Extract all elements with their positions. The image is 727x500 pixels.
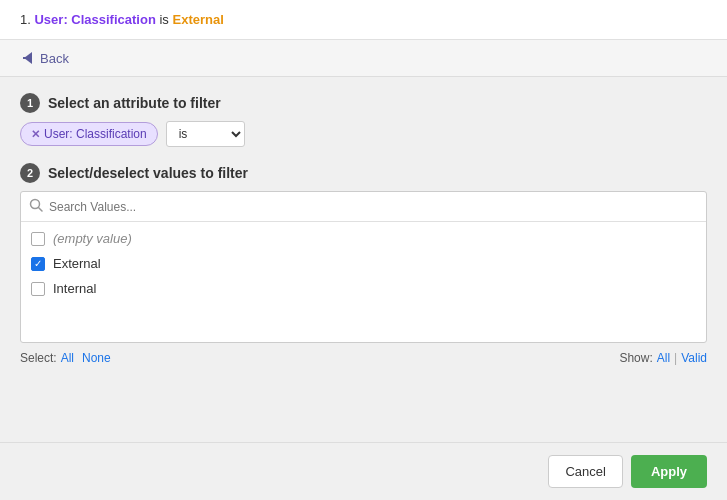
filter-attribute-row: ✕ User: Classification is is not (20, 121, 707, 147)
select-label: Select: (20, 351, 57, 365)
internal-value-label: Internal (53, 281, 96, 296)
section-1: 1 Select an attribute to filter ✕ User: … (20, 93, 707, 147)
back-arrow-icon (20, 50, 36, 66)
attribute-tag-label: User: Classification (44, 127, 147, 141)
operator-display: is (159, 12, 168, 27)
svg-line-3 (39, 208, 43, 212)
values-box: (empty value) External Internal (20, 191, 707, 343)
attribute-name: User: Classification (34, 12, 155, 27)
apply-button[interactable]: Apply (631, 455, 707, 488)
footer-row: Select: All None Show: All | Valid (20, 351, 707, 365)
select-none-link[interactable]: None (82, 351, 111, 365)
header-bar: 1. User: Classification is External (0, 0, 727, 40)
list-item[interactable]: External (21, 251, 706, 276)
page-container: 1. User: Classification is External Back (0, 0, 727, 500)
internal-value-checkbox[interactable] (31, 282, 45, 296)
step-circle-2: 2 (20, 163, 40, 183)
close-tag-icon[interactable]: ✕ (31, 128, 40, 141)
section-2: 2 Select/deselect values to filter (20, 163, 707, 365)
filter-summary: 1. User: Classification is External (20, 12, 707, 27)
values-list: (empty value) External Internal (21, 222, 706, 342)
empty-value-checkbox[interactable] (31, 232, 45, 246)
show-valid-link[interactable]: Valid (681, 351, 707, 365)
section-2-title: Select/deselect values to filter (48, 165, 248, 181)
cancel-button[interactable]: Cancel (548, 455, 622, 488)
external-value-label: External (53, 256, 101, 271)
show-label: Show: (619, 351, 652, 365)
step-circle-1: 1 (20, 93, 40, 113)
search-row (21, 192, 706, 222)
select-links: Select: All None (20, 351, 111, 365)
value-display: External (172, 12, 223, 27)
list-item[interactable]: (empty value) (21, 226, 706, 251)
show-all-link[interactable]: All (657, 351, 670, 365)
section-2-header: 2 Select/deselect values to filter (20, 163, 707, 183)
section-1-title: Select an attribute to filter (48, 95, 221, 111)
back-bar: Back (0, 40, 727, 77)
attribute-tag[interactable]: ✕ User: Classification (20, 122, 158, 146)
search-input[interactable] (49, 200, 698, 214)
show-links: Show: All | Valid (619, 351, 707, 365)
back-button[interactable]: Back (20, 50, 69, 66)
list-item[interactable]: Internal (21, 276, 706, 301)
external-value-checkbox[interactable] (31, 257, 45, 271)
main-content: 1 Select an attribute to filter ✕ User: … (0, 77, 727, 442)
empty-value-label: (empty value) (53, 231, 132, 246)
svg-rect-1 (23, 57, 32, 59)
select-all-link[interactable]: All (61, 351, 74, 365)
back-label: Back (40, 51, 69, 66)
operator-select[interactable]: is is not (166, 121, 245, 147)
show-separator: | (674, 351, 677, 365)
action-buttons: Cancel Apply (0, 442, 727, 500)
search-icon (29, 198, 43, 215)
step-number: 1. (20, 12, 31, 27)
section-1-header: 1 Select an attribute to filter (20, 93, 707, 113)
